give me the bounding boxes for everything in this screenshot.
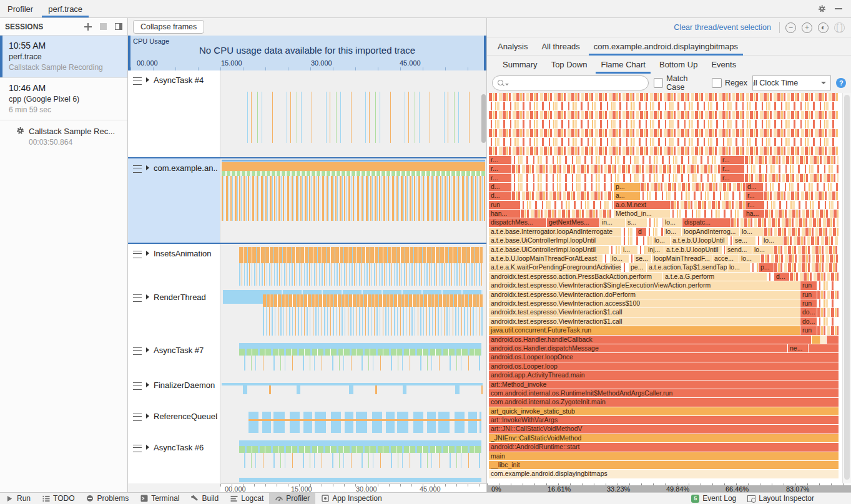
thread-activity-chart[interactable] — [220, 341, 486, 376]
flame-segment[interactable]: android.app.ActivityThread.main — [489, 371, 839, 379]
subtab-bottom-up[interactable]: Bottom Up — [652, 56, 704, 73]
drag-handle-icon[interactable] — [133, 251, 142, 258]
flame-segment[interactable]: lo... — [740, 228, 764, 236]
flame-segment[interactable] — [489, 129, 839, 137]
status-item-event-log[interactable]: 5Event Log — [686, 494, 742, 503]
flame-segment[interactable] — [817, 326, 839, 334]
flame-segment[interactable] — [609, 246, 621, 254]
drag-handle-icon[interactable] — [133, 294, 142, 302]
gear-icon[interactable] — [818, 5, 826, 13]
expand-arrow-icon[interactable] — [146, 382, 149, 387]
thread-activity-chart[interactable] — [220, 438, 486, 475]
search-field[interactable] — [510, 78, 643, 88]
drag-handle-icon[interactable] — [133, 347, 142, 355]
thread-row[interactable]: AsyncTask #4 — [128, 70, 486, 157]
flame-segment[interactable]: run — [800, 326, 817, 334]
flame-segment[interactable]: androidx.test.espresso.ViewInteraction.a… — [489, 299, 800, 308]
drag-handle-icon[interactable] — [133, 77, 142, 85]
thread-row[interactable]: ReferenceQueueD — [128, 407, 486, 438]
flame-vertical-scrollbar[interactable] — [842, 93, 851, 483]
search-options-caret[interactable] — [505, 84, 509, 85]
flame-segment[interactable] — [489, 102, 839, 110]
thread-activity-chart[interactable] — [220, 376, 486, 407]
expand-arrow-icon[interactable] — [146, 251, 149, 256]
flame-segment[interactable]: com.example.android.displayingbitmaps — [489, 470, 839, 478]
flame-segment[interactable] — [722, 246, 725, 254]
flame-segment[interactable] — [671, 201, 745, 209]
flame-segment[interactable] — [622, 228, 636, 236]
checkbox-icon[interactable] — [712, 78, 722, 88]
flame-segment[interactable]: ne... — [788, 344, 808, 352]
flame-segment[interactable] — [647, 228, 663, 236]
flame-segment[interactable]: r... — [745, 191, 763, 200]
flame-segment[interactable]: a.t.e.a.G.perform — [663, 273, 767, 281]
window-tab-profiler[interactable]: Profiler — [0, 0, 41, 17]
thread-row[interactable]: RenderThread — [128, 288, 486, 341]
reset-zoom-icon[interactable]: ◐ — [818, 22, 829, 33]
flame-segment[interactable]: a.t.e.b.U.loopUntil — [671, 236, 728, 245]
zoom-out-icon[interactable]: − — [785, 22, 796, 33]
flame-segment[interactable]: lo... — [652, 236, 670, 245]
flame-segment[interactable] — [512, 165, 720, 173]
flame-segment[interactable] — [671, 210, 744, 218]
flame-segment[interactable] — [790, 273, 839, 281]
thread-activity-chart[interactable] — [220, 407, 486, 438]
flame-segment[interactable] — [756, 236, 761, 245]
flame-segment[interactable]: run — [489, 201, 520, 209]
flame-segment[interactable]: do... — [800, 317, 817, 326]
flame-segment[interactable]: se... — [634, 254, 651, 263]
flame-segment[interactable] — [827, 336, 839, 344]
flame-segment[interactable] — [817, 317, 839, 326]
flame-segment[interactable] — [761, 254, 839, 263]
flame-segment[interactable]: d... — [489, 191, 511, 200]
status-item-logcat[interactable]: Logcat — [224, 493, 269, 504]
flame-segment[interactable] — [489, 120, 839, 128]
status-item-run[interactable]: Run — [0, 493, 36, 504]
flame-segment[interactable] — [750, 263, 758, 271]
cpu-usage-banner[interactable]: CPU Usage No CPU usage data available fo… — [128, 36, 486, 70]
regex-checkbox[interactable]: Regex — [712, 78, 747, 88]
flame-segment[interactable] — [774, 246, 839, 254]
flame-segment[interactable] — [765, 210, 839, 218]
flame-segment[interactable] — [489, 93, 839, 101]
minimize-icon[interactable] — [835, 8, 842, 9]
flame-segment[interactable]: d — [636, 228, 646, 236]
session-item[interactable]: 10:55 AMperf.traceCallstack Sample Recor… — [0, 36, 127, 78]
thread-name-cell[interactable]: AsyncTask #4 — [128, 70, 220, 157]
flame-segment[interactable]: r... — [721, 174, 744, 182]
flame-segment[interactable]: android.os.Handler.handleCallback — [489, 336, 811, 344]
flame-segment[interactable] — [821, 336, 826, 344]
flame-segment[interactable]: d... — [489, 183, 511, 191]
flame-segment[interactable]: ha... — [744, 210, 764, 218]
flame-segment[interactable]: han... — [489, 210, 520, 218]
flame-segment[interactable] — [521, 210, 613, 218]
subtab-events[interactable]: Events — [704, 56, 743, 73]
drag-handle-icon[interactable] — [133, 382, 142, 390]
flame-segment[interactable] — [603, 254, 609, 263]
flame-segment[interactable]: dispatchMes... — [489, 218, 546, 226]
collapse-frames-button[interactable]: Collapse frames — [133, 20, 204, 34]
flame-segment[interactable] — [817, 308, 839, 316]
thread-name-cell[interactable]: ReferenceQueueD — [128, 407, 220, 438]
thread-row[interactable] — [128, 475, 486, 483]
flame-segment[interactable]: androidx.test.espresso.ViewInteraction$1… — [489, 308, 800, 316]
flame-segment[interactable] — [745, 165, 839, 173]
flame-segment[interactable]: main — [489, 452, 839, 460]
flame-segment[interactable] — [745, 174, 839, 182]
flame-segment[interactable]: art::Method_invoke — [489, 380, 839, 389]
flame-segment[interactable]: dispatc... — [682, 218, 730, 226]
flame-segment[interactable]: Method_in... — [614, 210, 670, 218]
flame-segment[interactable] — [647, 218, 662, 226]
flame-segment[interactable]: p... — [614, 183, 640, 191]
flame-segment[interactable]: getNextMes... — [547, 218, 599, 226]
flame-segment[interactable] — [489, 138, 839, 146]
thread-activity-chart[interactable] — [220, 158, 486, 243]
flame-segment[interactable] — [809, 344, 839, 352]
flame-segment[interactable]: android.os.Handler.dispatchMessage — [489, 344, 787, 352]
flame-segment[interactable]: a.t.e.base.UiControllerImpl.loopUntil — [489, 246, 609, 254]
status-item-app-inspection[interactable]: App Inspection — [315, 493, 387, 504]
flame-segment[interactable] — [817, 291, 839, 299]
flame-segment[interactable] — [512, 174, 720, 182]
thread-name-cell[interactable]: AsyncTask #7 — [128, 341, 220, 376]
flame-segment[interactable]: s... — [626, 218, 647, 226]
